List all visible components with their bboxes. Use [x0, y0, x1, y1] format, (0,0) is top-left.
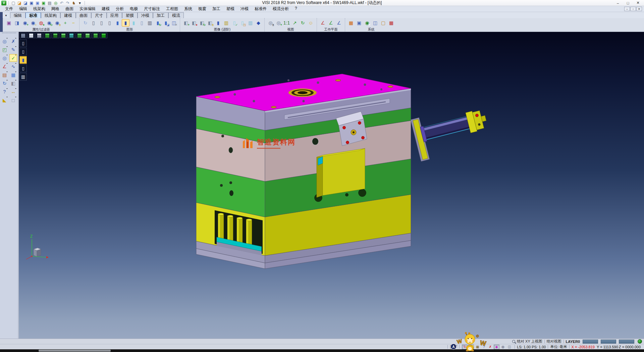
view-orientation-button[interactable]	[44, 33, 51, 38]
toolbar-icon[interactable]: ▯	[138, 19, 146, 27]
quick-access-icon[interactable]: ↶	[59, 0, 64, 5]
window-control-button[interactable]: □	[623, 0, 633, 5]
toolbar-icon[interactable]: ☺	[307, 19, 315, 27]
view-orientation-button[interactable]	[28, 33, 35, 38]
toolbar-icon[interactable]: ▥	[222, 19, 230, 27]
sidebar-tool-icon[interactable]: ◰	[1, 46, 8, 53]
toolbar-tab[interactable]: 模流	[168, 12, 184, 18]
toolbar-icon[interactable]: ∠	[335, 19, 343, 27]
sidebar-tool-icon[interactable]: ▤	[1, 71, 8, 79]
menu-item[interactable]: 尺寸标注	[141, 6, 163, 12]
quick-access-icon[interactable]: ▣	[35, 0, 40, 5]
taskbar-item[interactable]	[39, 350, 111, 352]
sidebar-drag-handle[interactable]	[2, 33, 16, 35]
menu-item[interactable]: 编辑	[16, 6, 30, 12]
menu-item[interactable]: 实体编辑	[76, 6, 99, 12]
layer-color-swatch[interactable]	[583, 340, 598, 344]
menu-item[interactable]: 加工	[209, 6, 223, 12]
menu-item[interactable]: 曲面	[62, 6, 76, 12]
sidebar-tool-icon[interactable]: ∿	[9, 62, 17, 70]
dock-handle[interactable]	[0, 12, 3, 32]
menu-item[interactable]: 电极	[127, 6, 141, 12]
sidebar-tool-icon[interactable]: ◎	[1, 37, 8, 45]
view-orientation-button[interactable]	[68, 33, 75, 38]
menu-item[interactable]: 模流分析	[270, 6, 292, 12]
toolbar-icon[interactable]: ▮	[114, 19, 121, 27]
sidebar-tool-icon[interactable]: ↻	[1, 79, 8, 87]
toolbar-icon[interactable]: ↻	[82, 19, 89, 27]
mdi-window-button[interactable]: ▫	[630, 7, 636, 11]
toolbar-icon[interactable]: ◉ ±	[53, 19, 61, 27]
globe-icon[interactable]	[638, 339, 642, 344]
view-orientation-button[interactable]	[60, 33, 67, 38]
toolbar-icon[interactable]: 1:1	[283, 19, 290, 27]
toolbar-icon[interactable]: ∠	[319, 19, 327, 27]
toolbar-icon[interactable]: −	[69, 19, 77, 27]
toolbar-icon[interactable]: ▮	[122, 19, 129, 27]
sidebar-tool-icon[interactable]: ◧	[9, 79, 17, 87]
menu-item[interactable]: 视窗	[195, 6, 209, 12]
toolbar-icon[interactable]: ◎ ±	[267, 19, 274, 27]
menu-item[interactable]: 标准件	[252, 6, 270, 12]
quick-access-icon[interactable]: ◪	[23, 0, 28, 5]
menu-item[interactable]: 塑模	[223, 6, 237, 12]
hydraulic-cylinder[interactable]	[411, 102, 492, 162]
view-orientation-button[interactable]	[36, 33, 43, 38]
toolbar-tab[interactable]: 加工	[153, 12, 168, 18]
toolbar-icon[interactable]: ▥	[146, 19, 154, 27]
search-icon[interactable]	[512, 340, 515, 343]
toolbar-tab[interactable]: 编辑	[10, 12, 25, 18]
toolbar-icon[interactable]: ◫	[371, 19, 379, 27]
render-mode-button[interactable]: ▥	[19, 73, 27, 81]
toolbar-tab[interactable]: 曲面	[76, 12, 91, 18]
render-mode-button[interactable]: ▯	[19, 64, 27, 72]
quick-access-icon[interactable]: ▢	[11, 0, 16, 5]
menu-item[interactable]: 建模	[99, 6, 113, 12]
toolbar-icon[interactable]: ▣	[355, 19, 363, 27]
toolbar-icon[interactable]: ◧ ●	[190, 19, 198, 27]
units-label[interactable]: 单位: 毫米	[550, 344, 567, 349]
toolbar-icon[interactable]: ▢	[379, 19, 387, 27]
toolbar-icon[interactable]: ◉ ✕	[363, 19, 371, 27]
sidebar-tool-icon[interactable]: ?	[1, 88, 8, 95]
toolbar-icon[interactable]: ▯	[90, 19, 97, 27]
view-orientation-button[interactable]	[52, 33, 59, 38]
toolbar-icon[interactable]: ▣	[5, 19, 13, 27]
quick-access-icon[interactable]: ▤	[47, 0, 52, 5]
toolbar-icon[interactable]: ◉ +	[21, 19, 29, 27]
quick-access-icon[interactable]: ▣	[41, 0, 46, 5]
sidebar-tool-icon[interactable]: ↔	[9, 88, 17, 95]
line-color-swatch[interactable]	[601, 340, 616, 344]
render-mode-button[interactable]: ▮	[19, 56, 27, 64]
menu-item[interactable]: 工程图	[163, 6, 181, 12]
mdi-window-button[interactable]: –	[624, 7, 630, 11]
quick-access-icon[interactable]: ◪	[17, 0, 22, 5]
toolbar-icon[interactable]: ▮	[214, 19, 222, 27]
tab-dropdown-icon[interactable]: ▼	[3, 13, 9, 18]
toolbar-icon[interactable]: ◉ ↻	[45, 19, 53, 27]
toolbar-tab[interactable]: 标准	[25, 12, 41, 18]
window-control-button[interactable]: –	[613, 0, 623, 5]
sidebar-tool-icon[interactable]: ∠	[1, 62, 8, 70]
sidebar-tool-icon[interactable]: ◎	[1, 54, 8, 62]
toolbar-tab[interactable]: 应用	[107, 12, 122, 18]
view-menu-icon[interactable]	[19, 33, 27, 38]
sidebar-tool-icon[interactable]: ◻	[9, 96, 17, 104]
view-orientation-button[interactable]	[76, 33, 83, 38]
toolbar-icon[interactable]: ◧ +	[182, 19, 190, 27]
toolbar-icon[interactable]: ▯ ◳	[238, 19, 246, 27]
status-tool-icon[interactable]: ◍	[500, 345, 506, 349]
toolbar-tab[interactable]: 建模	[60, 12, 76, 18]
view-reference-label[interactable]: 绝对视图	[547, 339, 561, 344]
quick-access-icon[interactable]: ▾	[77, 0, 83, 5]
menu-item[interactable]: 线架构	[30, 6, 48, 12]
sidebar-tool-icon[interactable]: ✓	[9, 54, 17, 62]
menu-item[interactable]: 网格	[48, 6, 62, 12]
sidebar-tool-icon[interactable]: ◣	[1, 96, 8, 104]
toolbar-tab[interactable]: 塑膜	[122, 12, 138, 18]
toolbar-icon[interactable]: ◨	[13, 19, 21, 27]
toolbar-icon[interactable]: ▮ ↻	[154, 19, 162, 27]
render-mode-button[interactable]: ▯	[19, 39, 27, 47]
toolbar-icon[interactable]: ◉ −	[29, 19, 37, 27]
menu-item[interactable]: 文件	[2, 6, 16, 12]
